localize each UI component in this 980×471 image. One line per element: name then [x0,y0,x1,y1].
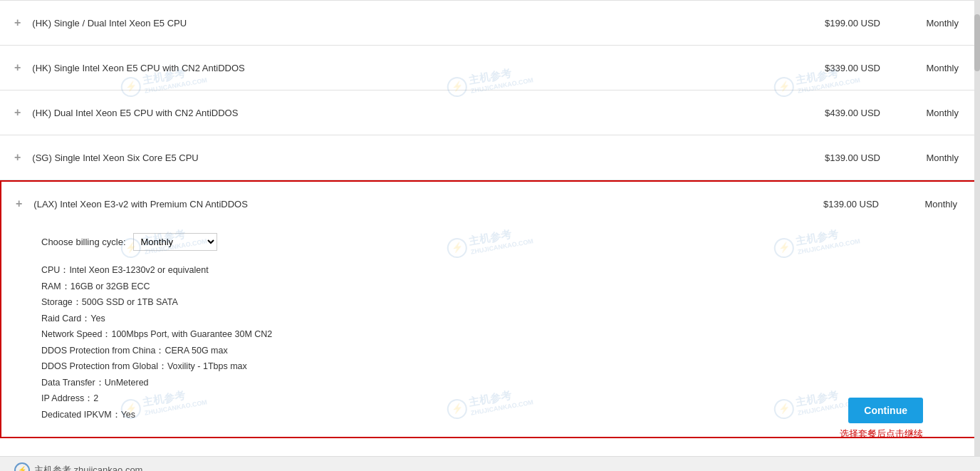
product-name-3: (SG) Single Intel Xeon Six Core E5 CPU [32,152,802,163]
product-price-4: $139.00 USD [801,199,879,209]
billing-cycle-select[interactable]: Monthly Quarterly Semi-Annually Annually [133,233,217,251]
continue-button[interactable]: Continue [848,398,923,423]
spec-raid: Raid Card：Yes [41,311,939,327]
spec-ddos-china: DDOS Protection from China：CERA 50G max [41,343,939,359]
footer-bar: ⚡ 主机参考 zhujicankao.com [0,456,980,471]
footer-logo: ⚡ 主机参考 zhujicankao.com [14,462,142,472]
scrollbar[interactable] [974,0,980,471]
spec-network: Network Speed：100Mbps Port, with Guarant… [41,326,939,343]
spec-ddos-global: DDOS Protection from Global：Voxility - 1… [41,358,939,375]
footer-logo-icon: ⚡ [14,462,30,472]
footer-logo-text: 主机参考 zhujicankao.com [34,464,142,472]
page-wrapper: ⚡主机参考ZHUJICANKAO.COM ⚡主机参考ZHUJICANKAO.CO… [0,0,980,471]
expand-icon-1[interactable]: + [14,61,21,74]
product-list: + (HK) Single / Dual Intel Xeon E5 CPU $… [0,0,980,471]
product-billing-4: Monthly [907,199,964,209]
product-price-0: $199.00 USD [802,18,880,29]
product-price-1: $339.00 USD [802,63,880,73]
spec-ipkvm: Dedicated IPKVM：Yes [41,407,939,423]
spec-cpu: CPU：Intel Xeon E3-1230v2 or equivalent [41,262,939,279]
expand-icon-2[interactable]: + [14,106,21,119]
spec-ram: RAM：16GB or 32GB ECC [41,279,939,295]
spec-ip: IP Address：2 [41,390,939,407]
expand-icon-4[interactable]: + [16,197,22,210]
billing-cycle-row: Choose billing cycle: Monthly Quarterly … [41,233,939,251]
product-name-1: (HK) Single Intel Xeon E5 CPU with CN2 A… [32,63,802,73]
continue-btn-area: Continue 选择套餐后点击继续 [840,398,923,440]
product-name-4: (LAX) Intel Xeon E3-v2 with Premium CN A… [33,199,801,209]
product-billing-1: Monthly [909,63,966,73]
product-row: + (HK) Dual Intel Xeon E5 CPU with CN2 A… [0,90,980,135]
product-row-expanded: + (LAX) Intel Xeon E3-v2 with Premium CN… [0,180,980,438]
product-billing-2: Monthly [909,108,966,118]
expanded-body: Choose billing cycle: Monthly Quarterly … [1,226,979,437]
spec-list: CPU：Intel Xeon E3-1230v2 or equivalent R… [41,262,939,423]
product-row: + (HK) Single Intel Xeon E5 CPU with CN2… [0,46,980,90]
product-name-2: (HK) Dual Intel Xeon E5 CPU with CN2 Ant… [32,108,802,118]
continue-hint: 选择套餐后点击继续 [840,428,923,440]
billing-cycle-label: Choose billing cycle: [41,237,126,247]
product-price-2: $439.00 USD [802,108,880,118]
scrollbar-thumb[interactable] [974,14,980,71]
expand-icon-0[interactable]: + [14,16,21,29]
spec-transfer: Data Transfer：UnMetered [41,375,939,391]
product-billing-0: Monthly [909,18,966,29]
product-price-3: $139.00 USD [802,152,880,163]
product-row: + (HK) Single / Dual Intel Xeon E5 CPU $… [0,0,980,46]
product-billing-3: Monthly [909,152,966,163]
product-name-0: (HK) Single / Dual Intel Xeon E5 CPU [32,18,802,29]
product-row: + (SG) Single Intel Xeon Six Core E5 CPU… [0,135,980,180]
spec-storage: Storage：500G SSD or 1TB SATA [41,294,939,311]
expand-icon-3[interactable]: + [14,151,21,164]
